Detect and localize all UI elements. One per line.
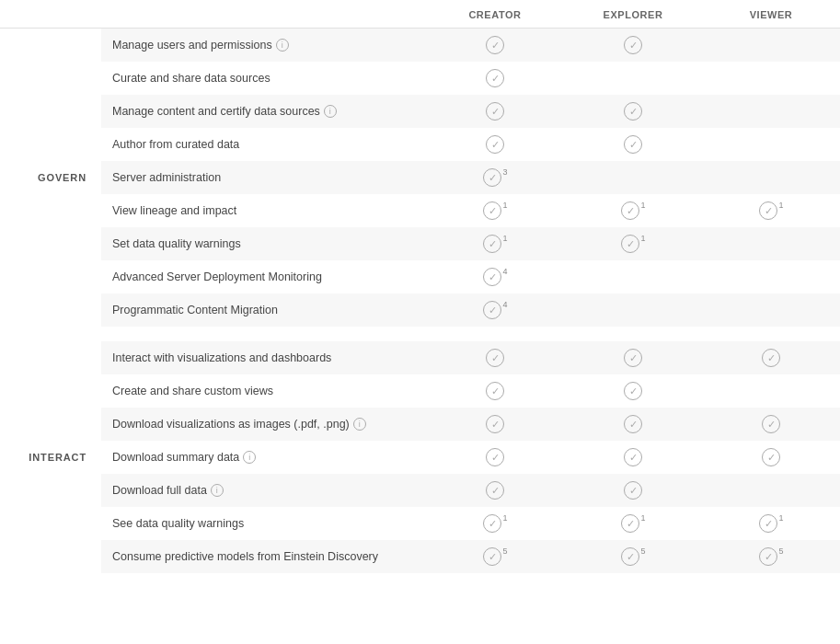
- cell-creator: ✓: [426, 135, 564, 154]
- check-icon: ✓: [483, 268, 501, 286]
- feature-name: Advanced Server Deployment Monitoring: [101, 263, 426, 291]
- cell-creator: ✓: [426, 448, 564, 466]
- cell-explorer: ✓1: [564, 201, 702, 220]
- cell-viewer: ✓1: [702, 201, 840, 220]
- cell-creator: ✓: [426, 415, 564, 433]
- check-icon: ✓: [483, 547, 501, 566]
- cell-explorer: ✓: [564, 135, 702, 154]
- check-icon: ✓: [483, 168, 501, 187]
- check-icon: ✓: [486, 481, 504, 500]
- check-icon: ✓: [762, 448, 780, 466]
- check-icon: ✓: [483, 514, 501, 533]
- check-icon: ✓: [759, 201, 777, 220]
- table-row: Author from curated data✓✓: [101, 128, 840, 161]
- check-icon: ✓: [624, 102, 642, 121]
- check-icon: ✓: [486, 415, 504, 433]
- cell-creator: ✓1: [426, 514, 564, 533]
- info-icon[interactable]: i: [324, 105, 337, 118]
- table-row: Server administration✓3: [101, 161, 840, 194]
- table-row: View lineage and impact✓1✓1✓1: [101, 194, 840, 227]
- cell-explorer: ✓: [564, 36, 702, 54]
- check-icon: ✓: [483, 201, 501, 220]
- section-label-govern: GOVERN: [38, 172, 86, 183]
- info-icon[interactable]: i: [211, 484, 224, 497]
- check-icon: ✓: [486, 36, 504, 54]
- superscript: 1: [778, 201, 783, 210]
- superscript: 3: [502, 167, 507, 177]
- table-row: Advanced Server Deployment Monitoring✓4: [101, 260, 840, 293]
- cell-creator: ✓: [426, 382, 564, 400]
- info-icon[interactable]: i: [243, 451, 256, 464]
- header-creator: CREATOR: [426, 9, 564, 20]
- cell-creator: ✓5: [426, 547, 564, 566]
- check-icon: ✓: [621, 547, 639, 566]
- table-row: Manage users and permissionsi✓✓: [101, 29, 840, 62]
- table-row: Manage content and certify data sourcesi…: [101, 95, 840, 128]
- cell-creator: ✓: [426, 69, 564, 87]
- table-row: Set data quality warnings✓1✓1: [101, 227, 840, 260]
- check-icon: ✓: [483, 235, 501, 253]
- cell-explorer: ✓: [564, 102, 702, 121]
- superscript: 1: [640, 234, 645, 243]
- check-icon: ✓: [762, 415, 780, 433]
- table-row: Programmatic Content Migration✓4: [101, 293, 840, 327]
- comparison-table: CREATOR EXPLORER VIEWER GOVERNManage use…: [0, 0, 840, 582]
- cell-creator: ✓: [426, 102, 564, 121]
- cell-explorer: ✓5: [564, 547, 702, 566]
- cell-creator: ✓4: [426, 301, 564, 319]
- check-icon: ✓: [621, 201, 639, 220]
- header-viewer: VIEWER: [702, 9, 840, 20]
- table-row: Download full datai✓✓: [101, 474, 840, 507]
- check-icon: ✓: [621, 514, 639, 533]
- table-row: Interact with visualizations and dashboa…: [101, 341, 840, 374]
- cell-viewer: ✓: [702, 349, 840, 367]
- table-row: Download summary datai✓✓✓: [101, 441, 840, 474]
- cell-viewer: ✓: [702, 448, 840, 466]
- section-label-interact: INTERACT: [29, 452, 86, 463]
- feature-name: Interact with visualizations and dashboa…: [101, 344, 426, 372]
- superscript: 1: [502, 513, 507, 523]
- check-icon: ✓: [486, 69, 504, 87]
- cell-explorer: ✓: [564, 382, 702, 400]
- check-icon: ✓: [486, 448, 504, 466]
- feature-name: Server administration: [101, 164, 426, 191]
- cell-explorer: ✓: [564, 448, 702, 466]
- cell-explorer: ✓: [564, 481, 702, 500]
- cell-explorer: ✓1: [564, 235, 702, 253]
- feature-name: Manage users and permissionsi: [101, 31, 426, 60]
- feature-name: Consume predictive models from Einstein …: [101, 543, 426, 570]
- feature-name: Author from curated data: [101, 131, 426, 158]
- superscript: 4: [502, 267, 507, 276]
- cell-explorer: ✓1: [564, 514, 702, 533]
- check-icon: ✓: [486, 349, 504, 367]
- feature-name: Download visualizations as images (.pdf,…: [101, 410, 426, 439]
- cell-creator: ✓3: [426, 168, 564, 187]
- check-icon: ✓: [486, 135, 504, 154]
- feature-name: Set data quality warnings: [101, 230, 426, 258]
- header-explorer: EXPLORER: [564, 9, 702, 20]
- superscript: 1: [640, 513, 645, 523]
- table-row: Curate and share data sources✓: [101, 62, 840, 95]
- check-icon: ✓: [759, 547, 777, 566]
- table-row: Create and share custom views✓✓: [101, 374, 840, 408]
- cell-creator: ✓1: [426, 201, 564, 220]
- check-icon: ✓: [624, 481, 642, 500]
- check-icon: ✓: [621, 235, 639, 253]
- check-icon: ✓: [624, 349, 642, 367]
- section-govern: GOVERNManage users and permissionsi✓✓Cur…: [0, 29, 840, 327]
- superscript: 4: [502, 300, 507, 309]
- cell-explorer: ✓: [564, 415, 702, 433]
- feature-name: Curate and share data sources: [101, 64, 426, 92]
- cell-creator: ✓: [426, 36, 564, 54]
- superscript: 5: [778, 546, 783, 556]
- check-icon: ✓: [759, 514, 777, 533]
- info-icon[interactable]: i: [276, 39, 289, 52]
- cell-viewer: ✓5: [702, 547, 840, 566]
- feature-name: View lineage and impact: [101, 197, 426, 224]
- check-icon: ✓: [624, 448, 642, 466]
- check-icon: ✓: [624, 415, 642, 433]
- feature-name: See data quality warnings: [101, 510, 426, 537]
- info-icon[interactable]: i: [353, 418, 366, 431]
- superscript: 5: [502, 546, 507, 556]
- check-icon: ✓: [483, 301, 501, 319]
